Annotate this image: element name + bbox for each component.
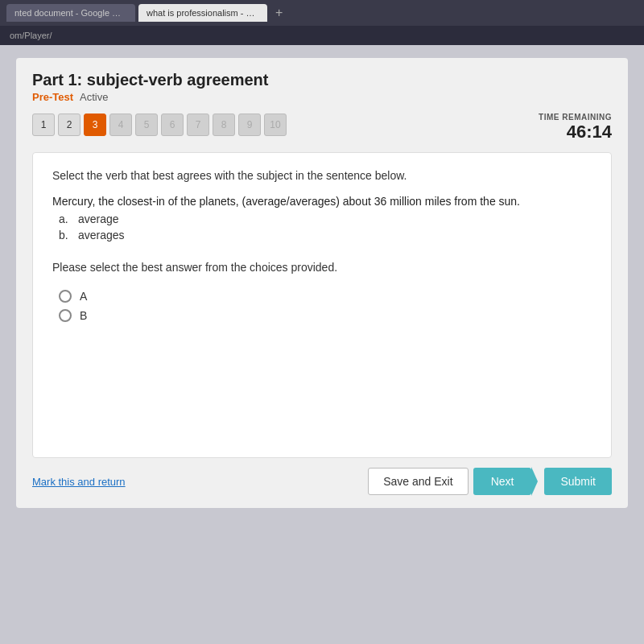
nav-btn-9[interactable]: 9 [238, 114, 261, 136]
mark-return-button[interactable]: Mark this and return [32, 476, 126, 488]
nav-btn-8[interactable]: 8 [213, 114, 235, 136]
nav-btn-10[interactable]: 10 [264, 114, 287, 136]
nav-btn-1[interactable]: 1 [32, 114, 55, 136]
choice-a: a.average [59, 213, 592, 225]
save-exit-button[interactable]: Save and Exit [368, 468, 468, 495]
url-bar: om/Player/ [0, 26, 644, 45]
pre-test-label: Pre-Test [32, 91, 73, 103]
radio-option-a[interactable]: A [59, 290, 592, 303]
question-nav: 12345678910 [32, 114, 287, 136]
active-label: Active [80, 91, 108, 103]
answer-choices: a.averageb.averages [52, 213, 592, 242]
nav-timer-row: 12345678910 TIME REMAINING 46:14 [32, 113, 612, 142]
select-prompt: Please select the best answer from the c… [52, 261, 592, 274]
radio-group: AB [59, 290, 592, 322]
submit-button[interactable]: Submit [544, 468, 612, 495]
question-card: Select the verb that best agrees with th… [32, 152, 612, 458]
tab-1[interactable]: nted document - Google Doc ✕ [6, 4, 135, 22]
footer-buttons: Save and Exit Next Submit [368, 468, 612, 495]
nav-btn-2[interactable]: 2 [58, 114, 80, 136]
nav-btn-4[interactable]: 4 [109, 114, 132, 136]
nav-btn-3[interactable]: 3 [84, 114, 106, 136]
choice-b: b.averages [59, 229, 592, 242]
new-tab-button[interactable]: + [270, 6, 287, 20]
radio-option-b[interactable]: B [59, 309, 592, 322]
tab-2[interactable]: what is professionalism - Google ✕ [138, 4, 267, 22]
timer-container: TIME REMAINING 46:14 [539, 113, 612, 142]
radio-circle-a [59, 290, 72, 303]
footer-row: Mark this and return Save and Exit Next … [32, 468, 612, 495]
question-instructions: Select the verb that best agrees with th… [52, 169, 592, 182]
page-container: Part 1: subject-verb agreement Pre-Test … [0, 45, 644, 644]
browser-bar: nted document - Google Doc ✕ what is pro… [0, 0, 644, 26]
quiz-subtitle: Pre-Test Active [32, 91, 612, 103]
nav-btn-7[interactable]: 7 [187, 114, 209, 136]
timer-value: 46:14 [539, 122, 612, 142]
nav-btn-6[interactable]: 6 [161, 114, 184, 136]
question-sentence: Mercury, the closest-in of the planets, … [52, 195, 592, 208]
radio-circle-b [59, 309, 72, 322]
quiz-wrapper: Part 1: subject-verb agreement Pre-Test … [16, 58, 628, 508]
nav-btn-5[interactable]: 5 [135, 114, 158, 136]
timer-label: TIME REMAINING [539, 113, 612, 122]
next-button[interactable]: Next [473, 468, 532, 495]
quiz-title: Part 1: subject-verb agreement [32, 71, 612, 89]
